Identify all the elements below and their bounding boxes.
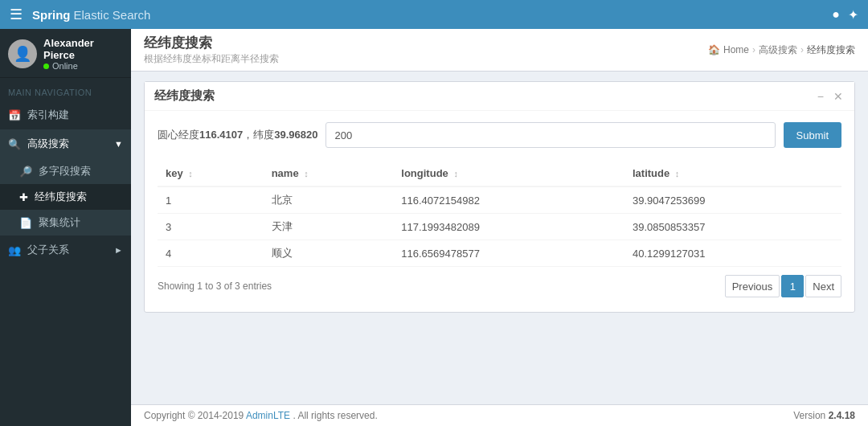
panel-header: 经纬度搜索 − ✕ <box>145 82 854 111</box>
content-area: 经纬度搜索 − ✕ 圆心经度116.4107，纬度39.96820 Submit <box>131 72 868 404</box>
navbar-right: ● ✦ <box>832 7 858 23</box>
search-form: 圆心经度116.4107，纬度39.96820 Submit <box>158 122 841 148</box>
panel-tools: − ✕ <box>816 90 845 103</box>
sidebar-item-cluster[interactable]: 📄 聚集统计 <box>0 210 131 236</box>
cell-longitude: 117.1993482089 <box>393 214 624 240</box>
calendar-icon: 📅 <box>8 109 21 121</box>
cell-longitude: 116.4072154982 <box>393 186 624 214</box>
sidebar: 👤 Alexander Pierce Online MAIN NAVIGATIO… <box>0 29 131 426</box>
latitude-value: 39.96820 <box>274 129 317 141</box>
search-icon: 🔍 <box>8 138 21 150</box>
breadcrumb-home[interactable]: Home <box>723 44 749 55</box>
share-icon[interactable]: ✦ <box>848 7 858 23</box>
sort-icon-longitude: ↕ <box>453 169 458 178</box>
table-row: 3天津117.199348208939.0850853357 <box>158 214 841 240</box>
brand-spring: Spring <box>32 8 71 22</box>
sidebar-sub-label: 多字段搜索 <box>39 164 91 178</box>
main-footer: Copyright © 2014-2019 AdminLTE . All rig… <box>131 404 868 426</box>
search-sub-icon: 🔎 <box>19 166 32 178</box>
cell-latitude: 40.1299127031 <box>624 240 841 267</box>
sidebar-item-parent[interactable]: 👥 父子关系 ► <box>0 236 131 264</box>
footer-link[interactable]: AdminLTE <box>246 410 290 421</box>
version-text: Version 2.4.18 <box>793 410 855 421</box>
sidebar-user: 👤 Alexander Pierce Online <box>0 29 131 78</box>
home-icon: 🏠 <box>708 44 720 55</box>
submit-button[interactable]: Submit <box>784 122 841 148</box>
cell-name: 北京 <box>264 186 394 214</box>
sort-icon-latitude: ↕ <box>675 169 680 178</box>
table-head: key ↕ name ↕ longitude ↕ <box>158 161 841 186</box>
sidebar-item-multi[interactable]: 🔎 多字段搜索 <box>0 158 131 184</box>
next-button[interactable]: Next <box>805 275 841 297</box>
table-row: 4顺义116.656947857740.1299127031 <box>158 240 841 267</box>
brand-elastic: Elastic Search <box>74 8 151 22</box>
sidebar-item-label: 父子关系 <box>27 243 69 257</box>
breadcrumb: 🏠 Home › 高级搜索 › 经纬度搜索 <box>708 43 855 57</box>
users-icon: 👥 <box>8 244 21 256</box>
cell-key: 3 <box>158 214 264 240</box>
cell-key: 1 <box>158 186 264 214</box>
cell-name: 天津 <box>264 214 394 240</box>
content-wrapper: 经纬度搜索 根据经纬度坐标和距离半径搜索 🏠 Home › 高级搜索 › 经纬度… <box>131 29 868 426</box>
brand: Spring Elastic Search <box>32 8 150 22</box>
col-longitude[interactable]: longitude ↕ <box>393 161 624 186</box>
sidebar-nav: 📅 索引构建 🔍 高级搜索 ▼ 🔎 多字段搜索 <box>0 100 131 264</box>
table-info: Showing 1 to 3 of 3 entries <box>158 281 272 292</box>
panel-body: 圆心经度116.4107，纬度39.96820 Submit key ↕ <box>145 111 854 312</box>
top-navbar: ☰ Spring Elastic Search ● ✦ <box>0 0 868 29</box>
radius-input[interactable] <box>326 122 775 148</box>
sidebar-item-advanced[interactable]: 🔍 高级搜索 ▼ 🔎 多字段搜索 ✚ 经纬度搜索 <box>0 129 131 236</box>
sidebar-sub-label: 经纬度搜索 <box>35 190 87 204</box>
user-icon[interactable]: ● <box>832 7 840 22</box>
cell-key: 4 <box>158 240 264 267</box>
close-button[interactable]: ✕ <box>832 90 845 103</box>
col-name[interactable]: name ↕ <box>264 161 394 186</box>
longitude-value: 116.4107 <box>199 129 243 141</box>
sub-menu-advanced: 🔎 多字段搜索 ✚ 经纬度搜索 📄 聚集统计 <box>0 158 131 236</box>
sort-icon-key: ↕ <box>188 169 193 178</box>
sidebar-item-label: 高级搜索 <box>27 137 69 151</box>
chart-icon: 📄 <box>19 217 32 229</box>
cell-longitude: 116.6569478577 <box>393 240 624 267</box>
breadcrumb-current: 经纬度搜索 <box>807 43 855 57</box>
user-info: Alexander Pierce Online <box>43 37 123 71</box>
panel-title: 经纬度搜索 <box>154 88 215 104</box>
nav-label: MAIN NAVIGATION <box>0 78 131 100</box>
user-name: Alexander Pierce <box>43 37 123 61</box>
avatar: 👤 <box>8 39 37 68</box>
hamburger-icon[interactable]: ☰ <box>10 6 23 23</box>
sort-icon-name: ↕ <box>304 169 309 178</box>
chevron-down-icon: ▼ <box>114 139 123 149</box>
footer-copyright: Copyright © 2014-2019 AdminLTE . All rig… <box>144 410 378 421</box>
table-body: 1北京116.407215498239.90472536993天津117.199… <box>158 186 841 267</box>
search-label: 圆心经度116.4107，纬度39.96820 <box>158 128 317 142</box>
page-subtitle: 根据经纬度坐标和距离半径搜索 <box>144 52 279 66</box>
cell-latitude: 39.0850853357 <box>624 214 841 240</box>
breadcrumb-parent[interactable]: 高级搜索 <box>759 43 797 57</box>
page-title: 经纬度搜索 <box>144 34 279 52</box>
sidebar-item-label: 索引构建 <box>27 108 69 122</box>
cell-name: 顺义 <box>264 240 394 267</box>
table-row: 1北京116.407215498239.9047253699 <box>158 186 841 214</box>
status-indicator <box>43 63 49 69</box>
sidebar-sub-label: 聚集统计 <box>39 215 80 230</box>
col-latitude[interactable]: latitude ↕ <box>624 161 841 186</box>
minimize-button[interactable]: − <box>816 90 825 103</box>
pagination: Previous 1 Next <box>725 275 841 297</box>
sidebar-item-index[interactable]: 📅 索引构建 <box>0 100 131 129</box>
version-number: 2.4.18 <box>829 410 855 421</box>
previous-button[interactable]: Previous <box>725 275 780 297</box>
user-status: Online <box>43 61 123 71</box>
content-header-left: 经纬度搜索 根据经纬度坐标和距离半径搜索 <box>144 34 279 66</box>
content-header: 经纬度搜索 根据经纬度坐标和距离半径搜索 🏠 Home › 高级搜索 › 经纬度… <box>131 29 868 72</box>
geo-icon: ✚ <box>19 191 28 203</box>
breadcrumb-sep2: › <box>800 44 804 55</box>
page-1-button[interactable]: 1 <box>781 275 804 297</box>
breadcrumb-sep1: › <box>752 44 755 55</box>
table-footer: Showing 1 to 3 of 3 entries Previous 1 N… <box>158 267 841 301</box>
cell-latitude: 39.9047253699 <box>624 186 841 214</box>
col-key[interactable]: key ↕ <box>158 161 264 186</box>
chevron-right-icon: ► <box>114 245 123 255</box>
sidebar-item-geo[interactable]: ✚ 经纬度搜索 <box>0 184 131 210</box>
main-panel: 经纬度搜索 − ✕ 圆心经度116.4107，纬度39.96820 Submit <box>144 81 855 313</box>
